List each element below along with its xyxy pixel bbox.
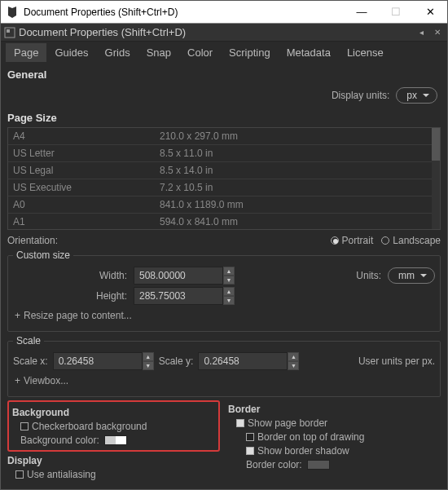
landscape-label: Landscape [393,235,441,246]
height-input[interactable] [134,287,223,305]
checkerboard-checkbox[interactable] [20,422,29,430]
scale-y-spinner[interactable]: ▲▼ [198,352,299,370]
scale-legend: Scale [13,335,44,347]
border-on-top-label: Border on top of drawing [257,431,364,443]
list-item[interactable]: A0841.0 x 1189.0 mm [8,196,432,214]
antialias-label: Use antialiasing [27,469,96,480]
list-item[interactable]: US Executive7.2 x 10.5 in [8,179,432,196]
antialias-checkbox[interactable] [15,470,24,479]
spin-down-icon[interactable]: ▼ [143,361,154,370]
tab-page[interactable]: Page [6,43,46,62]
display-units-label: Display units: [332,90,389,101]
close-button[interactable]: ✕ [413,1,447,23]
list-item[interactable]: A1594.0 x 841.0 mm [8,214,432,230]
landscape-radio[interactable] [381,236,389,245]
border-heading: Border [228,404,441,415]
page-size-scrollbar[interactable] [432,128,440,229]
spin-up-icon[interactable]: ▲ [143,352,154,361]
tab-snap[interactable]: Snap [138,43,179,62]
border-color-label: Border color: [246,459,302,470]
app-icon [6,6,19,19]
tab-bar: Page Guides Grids Snap Color Scripting M… [1,42,447,62]
spin-up-icon[interactable]: ▲ [288,352,299,361]
dialog-icon [4,27,15,38]
plus-icon: + [15,375,20,386]
maximize-button[interactable]: ☐ [379,1,413,23]
show-border-label: Show page border [248,417,327,429]
window-title: Document Properties (Shift+Ctrl+D) [24,7,345,18]
spin-up-icon[interactable]: ▲ [223,287,235,296]
width-spinner[interactable]: ▲▼ [134,267,235,285]
border-shadow-label: Show border shadow [257,445,349,457]
plus-icon: + [15,310,20,321]
portrait-radio[interactable] [331,236,339,245]
scrollbar-thumb[interactable] [432,128,440,161]
viewbox-label: Viewbox... [24,375,68,386]
dock-back-icon[interactable]: ◂ [415,26,428,39]
page-size-rows: A4210.0 x 297.0 mm US Letter8.5 x 11.0 i… [8,128,432,229]
dock-close-icon[interactable]: ✕ [431,26,444,39]
spin-down-icon[interactable]: ▼ [288,361,299,370]
svg-rect-1 [7,29,10,33]
border-on-top-checkbox[interactable] [246,433,254,441]
height-spinner[interactable]: ▲▼ [134,287,235,305]
resize-to-content-label: Resize page to content... [24,310,132,321]
tab-color[interactable]: Color [179,43,221,62]
dock-header: Document Properties (Shift+Ctrl+D) ◂ ✕ [1,24,447,42]
titlebar: Document Properties (Shift+Ctrl+D) — ☐ ✕ [1,1,447,24]
background-heading: Background [12,407,215,418]
portrait-label: Portrait [342,235,374,246]
custom-size-legend: Custom size [13,249,73,261]
tab-guides[interactable]: Guides [46,43,96,62]
resize-to-content-button[interactable]: + Resize page to content... [13,307,435,324]
tab-grids[interactable]: Grids [97,43,138,62]
height-label: Height: [13,290,127,302]
checkerboard-label: Checkerboard background [32,421,147,432]
viewbox-button[interactable]: + Viewbox... [13,373,435,389]
page-size-heading: Page Size [7,112,441,124]
scale-x-spinner[interactable]: ▲▼ [53,352,154,370]
units-label: Units: [356,270,381,281]
display-heading: Display [7,455,220,466]
minimize-button[interactable]: — [345,1,379,23]
tab-metadata[interactable]: Metadata [279,43,339,62]
document-properties-window: Document Properties (Shift+Ctrl+D) — ☐ ✕… [0,0,448,490]
background-highlight-annotation: Background Checkerboard background Backg… [7,400,220,452]
border-shadow-checkbox[interactable] [246,447,254,455]
size-units-select[interactable]: mm [388,267,435,284]
page-size-list[interactable]: A4210.0 x 297.0 mm US Letter8.5 x 11.0 i… [7,127,441,230]
list-item[interactable]: A4210.0 x 297.0 mm [8,128,432,145]
dialog-title: Document Properties (Shift+Ctrl+D) [19,26,411,38]
width-input[interactable] [134,267,223,285]
width-label: Width: [13,270,127,281]
border-color-swatch[interactable] [307,460,330,470]
orientation-label: Orientation: [7,235,58,246]
custom-size-group: Custom size Width: ▲▼ Units: mm Height: [7,249,441,332]
display-units-value: px [406,90,417,101]
scale-group: Scale Scale x: ▲▼ Scale y: ▲▼ User units… [7,335,441,397]
tab-scripting[interactable]: Scripting [221,43,279,62]
general-heading: General [7,68,441,81]
spin-down-icon[interactable]: ▼ [223,296,235,305]
display-units-select[interactable]: px [396,87,437,104]
chevron-down-icon [419,271,428,280]
list-item[interactable]: US Letter8.5 x 11.0 in [8,145,432,162]
scale-x-label: Scale x: [13,355,48,367]
spin-down-icon[interactable]: ▼ [223,276,235,285]
size-units-value: mm [398,270,415,281]
background-color-label: Background color: [20,435,99,446]
tab-license[interactable]: License [339,43,392,62]
background-color-swatch[interactable] [104,435,127,445]
spin-up-icon[interactable]: ▲ [223,267,235,276]
scale-y-input[interactable] [198,352,288,370]
scale-x-input[interactable] [53,352,143,370]
scale-y-label: Scale y: [159,355,194,367]
user-units-label: User units per px. [358,355,435,367]
page-panel: General Display units: px Page Size A421… [1,62,447,486]
list-item[interactable]: US Legal8.5 x 14.0 in [8,162,432,179]
chevron-down-icon [422,91,430,99]
show-border-checkbox[interactable] [236,419,244,427]
